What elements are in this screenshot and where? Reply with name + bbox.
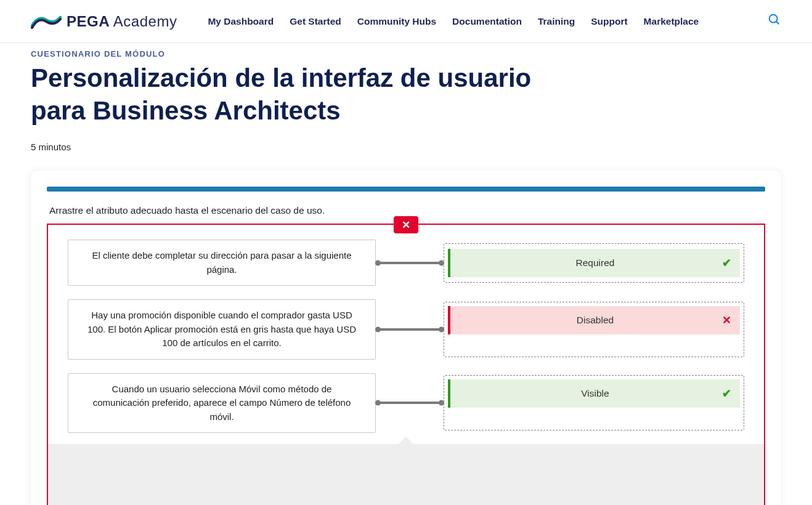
answer-chip[interactable]: Required ✔ [448, 249, 740, 277]
feedback-notch [397, 437, 415, 445]
nav-support[interactable]: Support [591, 16, 627, 27]
page-heading: CUESTIONARIO DEL MÓDULO Personalización … [0, 43, 812, 171]
nav-training[interactable]: Training [538, 16, 575, 27]
answer-label: Required [576, 257, 615, 269]
check-icon: ✔ [722, 256, 731, 270]
nav-documentation[interactable]: Documentation [452, 16, 522, 27]
question-prompt: Arrastre el atributo adecuado hasta el e… [47, 205, 765, 216]
nav-my-dashboard[interactable]: My Dashboard [208, 16, 274, 27]
main-header: PEGA Academy My Dashboard Get Started Co… [0, 0, 812, 43]
answer-chip[interactable]: Visible ✔ [448, 379, 740, 408]
answer-label: Visible [581, 388, 609, 399]
quiz-container: Arrastre el atributo adecuado hasta el e… [0, 171, 812, 505]
answer-label: Disabled [577, 315, 614, 326]
match-row: Cuando un usuario selecciona Móvil como … [68, 373, 744, 434]
scenario-box: Cuando un usuario selecciona Móvil como … [68, 373, 376, 434]
connector-line [376, 402, 444, 404]
nav-get-started[interactable]: Get Started [290, 16, 341, 27]
nav-marketplace[interactable]: Marketplace [644, 16, 699, 27]
check-icon: ✔ [722, 387, 731, 400]
module-eyebrow: CUESTIONARIO DEL MÓDULO [31, 49, 781, 59]
connector-line [376, 328, 444, 331]
match-rows: El cliente debe completar su dirección p… [68, 240, 744, 433]
pega-logo-icon [31, 14, 62, 29]
drop-target[interactable]: Disabled ✕ [444, 302, 744, 357]
svg-line-1 [776, 21, 779, 24]
cross-icon: ✕ [722, 313, 731, 327]
match-row: El cliente debe completar su dirección p… [68, 240, 744, 286]
scenario-box: El cliente debe completar su dirección p… [68, 240, 376, 286]
connector-line [376, 262, 444, 264]
match-area: ✕ El cliente debe completar su dirección… [47, 224, 765, 505]
page-title: Personalización de la interfaz de usuari… [31, 62, 554, 127]
answer-chip[interactable]: Disabled ✕ [448, 306, 740, 334]
brand-text: PEGA Academy [67, 13, 177, 30]
drop-target[interactable]: Visible ✔ [444, 375, 744, 430]
match-row: Hay una promoción disponible cuando el c… [68, 299, 744, 360]
drop-target[interactable]: Required ✔ [444, 243, 744, 283]
primary-nav: My Dashboard Get Started Community Hubs … [208, 16, 755, 27]
incorrect-badge-icon: ✕ [394, 216, 418, 233]
quiz-progress-bar [47, 187, 765, 192]
scenario-box: Hay una promoción disponible cuando el c… [68, 299, 376, 360]
brand-logo[interactable]: PEGA Academy [31, 13, 177, 30]
search-icon[interactable] [755, 13, 781, 30]
nav-community-hubs[interactable]: Community Hubs [357, 16, 436, 27]
quiz-card: Arrastre el atributo adecuado hasta el e… [31, 171, 781, 505]
duration-label: 5 minutos [31, 142, 781, 152]
svg-point-0 [769, 14, 777, 22]
